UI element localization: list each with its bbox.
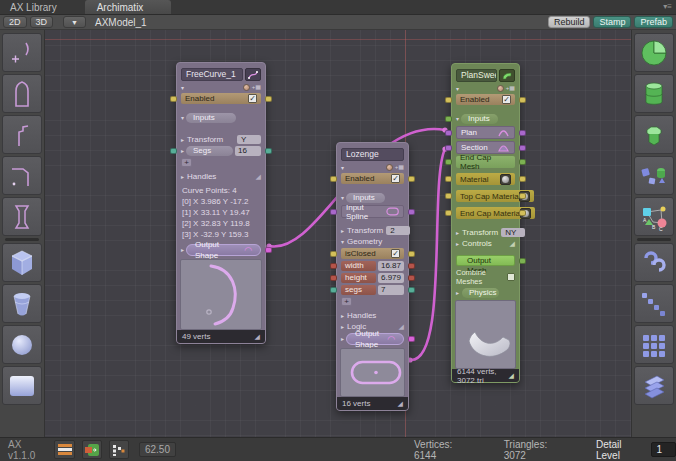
corner-profile-icon[interactable] (2, 156, 42, 195)
palette-dot-icon[interactable] (243, 84, 250, 91)
point-curve-icon[interactable] (2, 33, 42, 72)
lozenge-enabled-row[interactable]: Enabled ✓ (341, 173, 404, 184)
endcap-material-nub-right[interactable] (519, 210, 526, 216)
material-sphere-icon[interactable] (500, 174, 511, 185)
section-nub-left[interactable] (445, 145, 452, 151)
segs-label[interactable]: Segs (186, 146, 233, 156)
plan-nub-left[interactable] (445, 130, 452, 136)
add-icon[interactable]: +▦ (506, 85, 515, 92)
logic-fold-icon[interactable]: ▸ (341, 324, 344, 330)
material-row[interactable]: Material (456, 173, 515, 185)
node-freecurve[interactable]: FreeCurve_1 ▾ +▦ Enabled ✓ (176, 62, 266, 344)
collapse-arrow-icon[interactable]: ▾ (341, 164, 344, 171)
enabled-checkbox[interactable]: ✓ (248, 94, 257, 103)
palette-dot-icon[interactable] (497, 85, 504, 92)
endcap-nub-left[interactable] (445, 159, 452, 165)
output-fold-icon[interactable]: ▸ (341, 336, 344, 342)
width-nub-left[interactable] (330, 263, 337, 269)
enabled-nub-right[interactable] (519, 97, 526, 103)
node-dots-icon[interactable] (109, 440, 129, 459)
output-shape-button[interactable]: Output Shape ◠ (346, 333, 404, 345)
enabled-nub-left[interactable] (170, 96, 177, 102)
spiral-pair-icon[interactable] (634, 243, 674, 282)
node-resize-icon[interactable]: ◢ (509, 372, 514, 380)
segs-nub-right[interactable] (408, 287, 415, 293)
endcap-nub-right[interactable] (519, 159, 526, 165)
collapse-arrow-icon[interactable]: ▾ (181, 84, 184, 91)
isclosed-nub-right[interactable] (408, 251, 415, 257)
add-param-button[interactable]: + (341, 297, 352, 306)
output-mesh-nub[interactable] (519, 258, 526, 264)
cylinder-icon[interactable] (634, 74, 674, 113)
tab-ax-library[interactable]: AX Library (0, 0, 67, 14)
enabled-nub-right[interactable] (265, 96, 272, 102)
combine-meshes-checkbox[interactable] (507, 273, 515, 281)
output-fold-icon[interactable]: ▸ (181, 247, 184, 253)
shape-scatter-icon[interactable] (634, 156, 674, 195)
view-2d-button[interactable]: 2D (3, 16, 27, 28)
pedestal-table-icon[interactable] (634, 115, 674, 154)
transform-axis-field[interactable]: NY (501, 228, 525, 237)
node-resize-icon[interactable]: ◢ (255, 333, 260, 341)
library-grid-icon[interactable] (54, 440, 74, 459)
material-nub-right[interactable] (519, 176, 526, 182)
inputs-fold-icon[interactable]: ▾ (456, 116, 459, 122)
sphere-icon[interactable] (2, 325, 42, 364)
molding-profile-icon[interactable] (2, 115, 42, 154)
endcap-material-nub-left[interactable] (445, 210, 452, 216)
section-resize-icon[interactable]: ◢ (510, 240, 515, 248)
collapse-arrow-icon[interactable]: ▾ (456, 85, 459, 92)
handles-fold-icon[interactable]: ▸ (341, 313, 344, 319)
transform-axis-field[interactable]: 2 (386, 226, 410, 235)
output-shape-nub[interactable] (408, 336, 415, 342)
segs-nub-left[interactable] (170, 148, 177, 154)
output-shape-nub[interactable] (265, 247, 272, 253)
height-nub-left[interactable] (330, 275, 337, 281)
inputs-section[interactable]: Inputs (186, 113, 236, 123)
plan-input-row[interactable]: Plan (456, 126, 515, 139)
palette-divider[interactable] (637, 238, 671, 241)
width-nub-right[interactable] (408, 263, 415, 269)
handles-fold-icon[interactable]: ▸ (181, 174, 184, 180)
node-group-abc-icon[interactable]: ABC (634, 197, 674, 236)
view-3d-button[interactable]: 3D (30, 16, 54, 28)
freecurve-enabled-row[interactable]: Enabled ✓ (181, 93, 261, 104)
node-lozenge[interactable]: Lozenge ▾ +▦ Enabled ✓ (336, 142, 409, 411)
plan-nub-right[interactable] (519, 130, 526, 136)
enabled-nub-right[interactable] (408, 176, 415, 182)
segs-value-field[interactable]: 16 (235, 146, 261, 156)
arch-shape-icon[interactable] (2, 74, 42, 113)
segs-value-field[interactable]: 7 (378, 285, 404, 295)
node-resize-icon[interactable]: ◢ (398, 400, 403, 408)
height-nub-right[interactable] (408, 275, 415, 281)
transform-fold-icon[interactable]: ▸ (341, 228, 344, 234)
segs-nub-right[interactable] (265, 148, 272, 154)
add-param-button[interactable]: + (181, 158, 192, 167)
physics-section[interactable]: Physics (462, 288, 499, 298)
palette-dot-icon[interactable] (386, 164, 393, 171)
palette-divider[interactable] (5, 238, 39, 241)
prefab-export-icon[interactable] (82, 440, 102, 459)
plansweep-enabled-row[interactable]: Enabled ✓ (456, 94, 515, 105)
enabled-checkbox[interactable]: ✓ (502, 95, 511, 104)
linear-repeater-icon[interactable] (634, 284, 674, 323)
rounded-plane-icon[interactable] (2, 366, 42, 405)
panes-menu-icon[interactable]: ▾≡ (663, 0, 676, 14)
output-shape-button[interactable]: Output Shape ◠ (186, 244, 261, 256)
isclosed-nub-left[interactable] (330, 251, 337, 257)
plansweep-preview[interactable] (455, 300, 516, 369)
sheet-stack-icon[interactable] (634, 366, 674, 405)
freecurve-preview[interactable] (180, 259, 262, 330)
inputs-section[interactable]: Inputs (346, 193, 385, 203)
transform-fold-icon[interactable]: ▸ (181, 137, 184, 143)
segs-label[interactable]: segs (341, 285, 376, 295)
input-spline-nub-right[interactable] (408, 209, 415, 215)
inputs-fold-icon[interactable]: ▾ (181, 115, 184, 121)
zoom-level-field[interactable]: 62.50 (139, 442, 176, 457)
topcap-material-nub-right[interactable] (519, 193, 526, 199)
width-label[interactable]: width (341, 261, 376, 271)
freecurve-title-field[interactable]: FreeCurve_1 (181, 68, 243, 81)
input-spline-row[interactable]: Input Spline (341, 205, 404, 218)
tab-archimatix[interactable]: Archimatix (85, 0, 172, 14)
height-label[interactable]: height (341, 273, 376, 283)
